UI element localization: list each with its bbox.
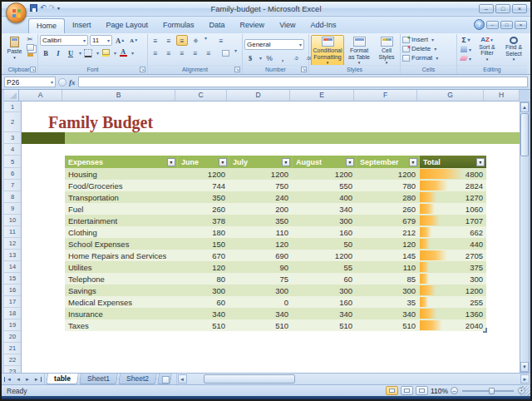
row-header-5[interactable]: 5	[4, 156, 21, 168]
row-header-3[interactable]: 3	[4, 132, 21, 144]
value-cell[interactable]: 780	[357, 180, 420, 191]
zoom-slider[interactable]	[462, 390, 514, 392]
expense-cell[interactable]: School Expenses	[65, 238, 178, 250]
delete-cells-button[interactable]: ×Delete▾	[402, 44, 456, 53]
value-cell[interactable]: 340	[229, 308, 293, 319]
value-cell[interactable]: 55	[293, 261, 357, 273]
column-header-G[interactable]: G	[417, 90, 484, 101]
value-cell[interactable]: 400	[293, 191, 357, 203]
value-cell[interactable]: 120	[357, 238, 420, 250]
value-cell[interactable]: 280	[357, 191, 420, 203]
orientation-dropdown-icon[interactable]: ▾	[204, 35, 207, 46]
value-cell[interactable]: 75	[229, 273, 293, 285]
value-cell[interactable]: 300	[293, 285, 357, 296]
orientation-icon[interactable]: ≡	[187, 32, 203, 48]
filter-dropdown-icon[interactable]: ▾	[346, 158, 354, 166]
value-cell[interactable]: 300	[357, 285, 420, 296]
value-cell[interactable]: 510	[229, 319, 293, 331]
row-header-12[interactable]: 12	[4, 238, 21, 250]
underline-dropdown-icon[interactable]: ▾	[79, 50, 81, 56]
align-center-icon[interactable]: ≡	[163, 47, 175, 58]
filter-dropdown-icon[interactable]: ▾	[167, 158, 175, 166]
autosum-button[interactable]: Σ▾	[459, 35, 473, 44]
merge-dropdown-icon[interactable]: ▾	[234, 47, 237, 58]
value-cell[interactable]: 260	[178, 203, 229, 215]
insert-function-button[interactable]	[58, 78, 66, 87]
value-cell[interactable]: 212	[357, 226, 420, 238]
row-header-2[interactable]: 2	[4, 112, 21, 132]
page-break-view-button[interactable]	[416, 386, 428, 395]
value-cell[interactable]: 1200	[357, 168, 420, 180]
value-cell[interactable]: 180	[178, 226, 229, 238]
font-color-dropdown-icon[interactable]: ▾	[131, 50, 134, 56]
table-resize-handle[interactable]	[483, 328, 487, 333]
value-cell[interactable]: 80	[178, 273, 229, 285]
value-cell[interactable]: 300	[178, 285, 229, 296]
sheet-tab-sheet1[interactable]: Sheet1	[79, 374, 118, 384]
value-cell[interactable]: 690	[229, 250, 293, 261]
conditional-formatting-button[interactable]: Conditional Formatting ▾	[311, 35, 344, 68]
decrease-indent-icon[interactable]: ≡	[190, 47, 201, 58]
restore-button[interactable]: □	[495, 4, 510, 13]
value-cell[interactable]: 378	[178, 215, 229, 226]
expense-cell[interactable]: Food/Groceries	[65, 180, 178, 191]
currency-dropdown-icon[interactable]: ▾	[259, 55, 262, 61]
format-cells-button[interactable]: Format▾	[402, 53, 456, 62]
value-cell[interactable]: 750	[229, 180, 293, 191]
select-all-corner[interactable]	[4, 90, 19, 101]
row-header-21[interactable]: 21	[4, 343, 21, 354]
value-cell[interactable]: 510	[357, 319, 420, 331]
font-launcher-icon[interactable]: ↘	[140, 67, 145, 72]
value-cell[interactable]: 110	[357, 261, 420, 273]
increase-decimal-button[interactable]: .0	[290, 52, 302, 63]
row-header-10[interactable]: 10	[4, 215, 21, 226]
font-size-select[interactable]: 11▾	[90, 35, 112, 46]
value-cell[interactable]: 744	[178, 180, 229, 191]
ribbon-tab-review[interactable]: Review	[233, 18, 273, 33]
page-layout-view-button[interactable]	[401, 386, 413, 395]
value-cell[interactable]: 35	[357, 296, 420, 308]
workbook-minimize-button[interactable]: –	[486, 21, 499, 29]
table-header-expenses[interactable]: Expenses▾	[65, 156, 178, 168]
sheet-tab-table[interactable]: table	[46, 374, 79, 384]
zoom-out-button[interactable]: –	[451, 387, 458, 394]
value-cell[interactable]: 550	[293, 180, 357, 191]
format-as-table-button[interactable]: Format as Table ▾	[345, 35, 373, 68]
value-cell[interactable]: 120	[178, 261, 229, 273]
value-cell[interactable]: 1200	[293, 168, 357, 180]
expense-cell[interactable]: Telephone	[65, 273, 178, 285]
increase-indent-icon[interactable]: ≡	[203, 47, 214, 58]
column-header-H[interactable]: H	[484, 90, 520, 101]
row-header-22[interactable]: 22	[4, 354, 21, 366]
cell-styles-button[interactable]: Cell Styles ▾	[374, 35, 399, 68]
table-header-september[interactable]: September▾	[357, 156, 420, 168]
value-cell[interactable]: 60	[293, 273, 357, 285]
row-header-13[interactable]: 13	[4, 250, 21, 261]
expense-cell[interactable]: Clothing	[65, 226, 178, 238]
find-select-button[interactable]: Find & Select ▾	[501, 35, 526, 65]
ribbon-tab-view[interactable]: View	[272, 18, 303, 33]
number-launcher-icon[interactable]: ↘	[301, 67, 307, 72]
expense-cell[interactable]: Medical Expenses	[65, 296, 178, 308]
value-cell[interactable]: 240	[229, 191, 293, 203]
name-box[interactable]: P26▾	[4, 77, 56, 87]
total-cell[interactable]: 662	[420, 226, 486, 238]
fill-color-button[interactable]	[100, 47, 111, 58]
align-right-icon[interactable]: ≡	[176, 47, 188, 58]
total-cell[interactable]: 255	[420, 296, 486, 308]
expense-cell[interactable]: Savings	[65, 285, 178, 296]
column-header-B[interactable]: B	[62, 90, 175, 101]
table-header-august[interactable]: August▾	[293, 156, 357, 168]
value-cell[interactable]: 510	[178, 319, 229, 331]
column-header-F[interactable]: F	[354, 90, 417, 101]
expense-cell[interactable]: Insurance	[65, 308, 178, 319]
ribbon-tab-formulas[interactable]: Formulas	[155, 18, 202, 33]
zoom-slider-thumb[interactable]	[489, 388, 495, 394]
row-header-7[interactable]: 7	[4, 180, 21, 191]
table-header-total[interactable]: Total▾	[420, 156, 486, 168]
value-cell[interactable]: 160	[293, 226, 357, 238]
total-cell[interactable]: 2705	[420, 250, 486, 261]
total-cell[interactable]: 1200	[420, 285, 486, 296]
fill-color-dropdown-icon[interactable]: ▾	[114, 50, 116, 56]
scroll-right-icon[interactable]: ►	[520, 374, 530, 384]
